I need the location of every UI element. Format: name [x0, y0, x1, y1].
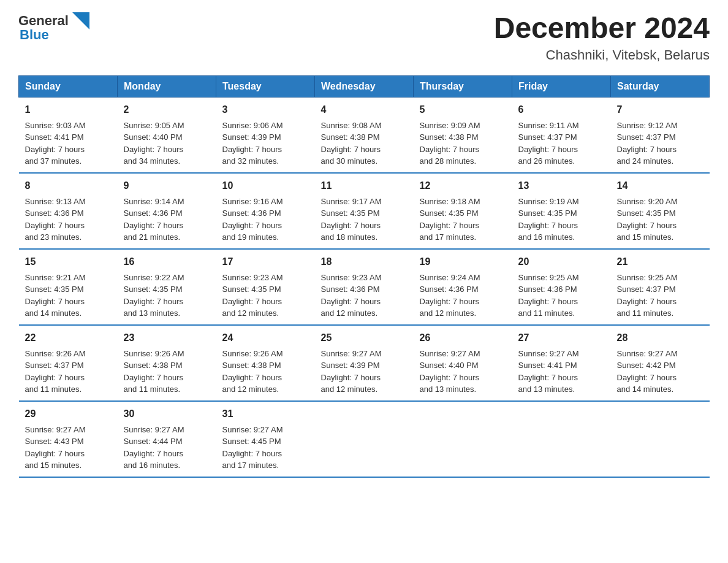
day-cell: 24Sunrise: 9:26 AM Sunset: 4:38 PM Dayli…: [216, 325, 315, 401]
day-info: Sunrise: 9:16 AM Sunset: 4:36 PM Dayligh…: [222, 196, 309, 243]
day-info: Sunrise: 9:19 AM Sunset: 4:35 PM Dayligh…: [518, 196, 605, 243]
day-info: Sunrise: 9:22 AM Sunset: 4:35 PM Dayligh…: [124, 272, 210, 320]
day-number: 6: [518, 102, 605, 117]
logo-triangle-icon: [72, 12, 89, 29]
day-number: 13: [518, 178, 605, 193]
day-info: Sunrise: 9:23 AM Sunset: 4:35 PM Dayligh…: [222, 272, 309, 320]
day-cell: 28Sunrise: 9:27 AM Sunset: 4:42 PM Dayli…: [611, 325, 710, 401]
day-info: Sunrise: 9:08 AM Sunset: 4:38 PM Dayligh…: [321, 120, 408, 167]
day-info: Sunrise: 9:27 AM Sunset: 4:44 PM Dayligh…: [124, 424, 210, 472]
day-info: Sunrise: 9:26 AM Sunset: 4:38 PM Dayligh…: [222, 348, 309, 396]
calendar-header-row: SundayMondayTuesdayWednesdayThursdayFrid…: [19, 75, 710, 97]
day-number: 30: [124, 407, 210, 421]
day-cell: 6Sunrise: 9:11 AM Sunset: 4:37 PM Daylig…: [512, 97, 611, 173]
day-number: 22: [25, 331, 112, 345]
day-number: 1: [25, 102, 112, 117]
day-cell: 22Sunrise: 9:26 AM Sunset: 4:37 PM Dayli…: [19, 325, 118, 401]
day-cell: 9Sunrise: 9:14 AM Sunset: 4:36 PM Daylig…: [118, 173, 216, 249]
week-row-3: 15Sunrise: 9:21 AM Sunset: 4:35 PM Dayli…: [19, 249, 710, 325]
day-info: Sunrise: 9:06 AM Sunset: 4:39 PM Dayligh…: [222, 120, 309, 167]
day-number: 20: [518, 255, 605, 269]
day-info: Sunrise: 9:25 AM Sunset: 4:36 PM Dayligh…: [518, 272, 605, 320]
header-wednesday: Wednesday: [315, 75, 414, 97]
day-number: 18: [321, 255, 408, 269]
day-info: Sunrise: 9:26 AM Sunset: 4:38 PM Dayligh…: [124, 348, 210, 396]
day-cell: 19Sunrise: 9:24 AM Sunset: 4:36 PM Dayli…: [414, 249, 512, 325]
day-number: 12: [420, 178, 506, 193]
day-number: 24: [222, 331, 309, 345]
day-info: Sunrise: 9:09 AM Sunset: 4:38 PM Dayligh…: [420, 120, 506, 167]
day-cell: 16Sunrise: 9:22 AM Sunset: 4:35 PM Dayli…: [118, 249, 216, 325]
day-number: 19: [420, 255, 506, 269]
day-cell: 20Sunrise: 9:25 AM Sunset: 4:36 PM Dayli…: [512, 249, 611, 325]
day-cell: 21Sunrise: 9:25 AM Sunset: 4:37 PM Dayli…: [611, 249, 710, 325]
day-info: Sunrise: 9:05 AM Sunset: 4:40 PM Dayligh…: [124, 120, 210, 167]
day-number: 3: [222, 102, 309, 117]
day-cell: 18Sunrise: 9:23 AM Sunset: 4:36 PM Dayli…: [315, 249, 414, 325]
day-number: 14: [617, 178, 703, 193]
header-friday: Friday: [512, 75, 611, 97]
day-cell: 14Sunrise: 9:20 AM Sunset: 4:35 PM Dayli…: [611, 173, 710, 249]
day-number: 17: [222, 255, 309, 269]
day-cell: 30Sunrise: 9:27 AM Sunset: 4:44 PM Dayli…: [118, 401, 216, 477]
day-number: 8: [25, 178, 112, 193]
day-info: Sunrise: 9:26 AM Sunset: 4:37 PM Dayligh…: [25, 348, 112, 396]
day-number: 5: [420, 102, 506, 117]
week-row-2: 8Sunrise: 9:13 AM Sunset: 4:36 PM Daylig…: [19, 173, 710, 249]
header-monday: Monday: [118, 75, 216, 97]
day-cell: 4Sunrise: 9:08 AM Sunset: 4:38 PM Daylig…: [315, 97, 414, 173]
day-number: 26: [420, 331, 506, 345]
day-cell: 27Sunrise: 9:27 AM Sunset: 4:41 PM Dayli…: [512, 325, 611, 401]
header-sunday: Sunday: [19, 75, 118, 97]
day-cell: 2Sunrise: 9:05 AM Sunset: 4:40 PM Daylig…: [118, 97, 216, 173]
week-row-1: 1Sunrise: 9:03 AM Sunset: 4:41 PM Daylig…: [19, 97, 710, 173]
month-year-title: December 2024: [494, 12, 710, 45]
day-cell: [414, 401, 512, 477]
day-cell: 17Sunrise: 9:23 AM Sunset: 4:35 PM Dayli…: [216, 249, 315, 325]
day-cell: [512, 401, 611, 477]
day-number: 10: [222, 178, 309, 193]
day-number: 2: [124, 102, 210, 117]
day-info: Sunrise: 9:12 AM Sunset: 4:37 PM Dayligh…: [617, 120, 703, 167]
day-number: 9: [124, 178, 210, 193]
day-cell: 23Sunrise: 9:26 AM Sunset: 4:38 PM Dayli…: [118, 325, 216, 401]
day-info: Sunrise: 9:14 AM Sunset: 4:36 PM Dayligh…: [124, 196, 210, 243]
week-row-5: 29Sunrise: 9:27 AM Sunset: 4:43 PM Dayli…: [19, 401, 710, 477]
day-cell: 13Sunrise: 9:19 AM Sunset: 4:35 PM Dayli…: [512, 173, 611, 249]
day-cell: 25Sunrise: 9:27 AM Sunset: 4:39 PM Dayli…: [315, 325, 414, 401]
day-number: 29: [25, 407, 112, 421]
day-cell: 26Sunrise: 9:27 AM Sunset: 4:40 PM Dayli…: [414, 325, 512, 401]
day-cell: 11Sunrise: 9:17 AM Sunset: 4:35 PM Dayli…: [315, 173, 414, 249]
day-info: Sunrise: 9:27 AM Sunset: 4:40 PM Dayligh…: [420, 348, 506, 396]
day-number: 7: [617, 102, 703, 117]
day-info: Sunrise: 9:23 AM Sunset: 4:36 PM Dayligh…: [321, 272, 408, 320]
day-info: Sunrise: 9:25 AM Sunset: 4:37 PM Dayligh…: [617, 272, 703, 320]
day-info: Sunrise: 9:27 AM Sunset: 4:45 PM Dayligh…: [222, 424, 309, 472]
day-cell: 8Sunrise: 9:13 AM Sunset: 4:36 PM Daylig…: [19, 173, 118, 249]
day-info: Sunrise: 9:20 AM Sunset: 4:35 PM Dayligh…: [617, 196, 703, 243]
header-saturday: Saturday: [611, 75, 710, 97]
day-info: Sunrise: 9:17 AM Sunset: 4:35 PM Dayligh…: [321, 196, 408, 243]
logo-text-blue: Blue: [20, 27, 49, 43]
day-cell: 3Sunrise: 9:06 AM Sunset: 4:39 PM Daylig…: [216, 97, 315, 173]
week-row-4: 22Sunrise: 9:26 AM Sunset: 4:37 PM Dayli…: [19, 325, 710, 401]
day-cell: 12Sunrise: 9:18 AM Sunset: 4:35 PM Dayli…: [414, 173, 512, 249]
day-info: Sunrise: 9:18 AM Sunset: 4:35 PM Dayligh…: [420, 196, 506, 243]
day-number: 15: [25, 255, 112, 269]
svg-marker-0: [72, 12, 89, 29]
day-cell: 1Sunrise: 9:03 AM Sunset: 4:41 PM Daylig…: [19, 97, 118, 173]
day-number: 21: [617, 255, 703, 269]
header-tuesday: Tuesday: [216, 75, 315, 97]
day-info: Sunrise: 9:27 AM Sunset: 4:41 PM Dayligh…: [518, 348, 605, 396]
day-number: 23: [124, 331, 210, 345]
day-cell: 15Sunrise: 9:21 AM Sunset: 4:35 PM Dayli…: [19, 249, 118, 325]
day-info: Sunrise: 9:11 AM Sunset: 4:37 PM Dayligh…: [518, 120, 605, 167]
day-info: Sunrise: 9:27 AM Sunset: 4:42 PM Dayligh…: [617, 348, 703, 396]
day-number: 25: [321, 331, 408, 345]
day-cell: 29Sunrise: 9:27 AM Sunset: 4:43 PM Dayli…: [19, 401, 118, 477]
day-number: 28: [617, 331, 703, 345]
day-number: 27: [518, 331, 605, 345]
day-cell: 31Sunrise: 9:27 AM Sunset: 4:45 PM Dayli…: [216, 401, 315, 477]
logo: General Blue: [18, 12, 89, 43]
day-info: Sunrise: 9:27 AM Sunset: 4:43 PM Dayligh…: [25, 424, 112, 472]
